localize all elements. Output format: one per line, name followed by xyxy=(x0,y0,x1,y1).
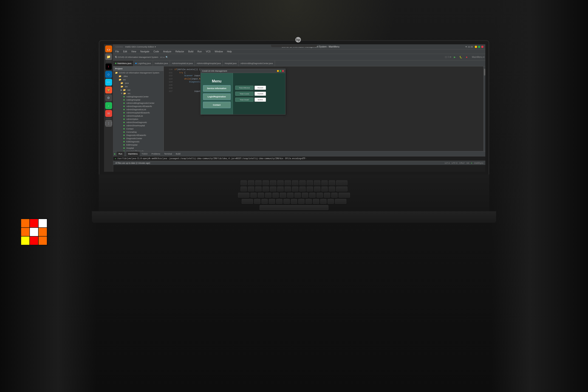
key-tab[interactable] xyxy=(238,193,250,198)
webstorm-icon[interactable]: WS xyxy=(105,79,112,86)
key-quote[interactable] xyxy=(328,199,334,204)
key-capslock[interactable] xyxy=(242,199,253,204)
menu-edit[interactable]: Edit xyxy=(122,50,128,53)
mainmenu-tab[interactable]: MainMenu xyxy=(126,152,140,156)
tab-adminhospitallist[interactable]: AdminHospitalList.java xyxy=(170,61,195,66)
key-0[interactable] xyxy=(314,186,320,192)
sidebar-project-root[interactable]: 📁 COVID-19 Information Management System xyxy=(113,71,164,74)
key-j[interactable] xyxy=(298,199,304,204)
key-f7[interactable] xyxy=(292,180,298,185)
problems-tab[interactable]: Problems xyxy=(150,152,162,156)
key-y[interactable] xyxy=(287,193,294,198)
sidebar-item-out[interactable]: ▶ 📂out xyxy=(113,88,164,92)
key-i[interactable] xyxy=(302,193,308,198)
key-space[interactable] xyxy=(260,205,328,210)
menu-file[interactable]: File xyxy=(114,50,120,53)
key-2[interactable] xyxy=(255,186,262,192)
sidebar-item-admindiagnosticslist[interactable]: AdminDiagnosticsList xyxy=(113,108,164,111)
stop-button[interactable]: ■ xyxy=(464,55,469,60)
key-f10[interactable] xyxy=(314,180,320,185)
tab-loginreg[interactable]: LoginReg.java xyxy=(134,61,153,66)
key-4[interactable] xyxy=(270,186,276,192)
menu-run[interactable]: Run xyxy=(197,50,202,53)
mail-icon[interactable]: ✉ xyxy=(105,110,112,117)
sidebar-item-adminoption[interactable]: AdminOption xyxy=(113,118,164,121)
contact-button[interactable]: Contact xyxy=(203,102,230,108)
service-information-button[interactable]: Service Information xyxy=(203,85,230,92)
key-q[interactable] xyxy=(250,193,257,198)
key-semicolon[interactable] xyxy=(320,199,326,204)
menu-view[interactable]: View xyxy=(130,50,137,53)
sidebar-item-adminshowhospital[interactable]: AdminShowHospital xyxy=(113,124,164,127)
spotify-icon[interactable]: ♪ xyxy=(105,102,112,109)
close-button[interactable] xyxy=(481,46,484,48)
menu-analyze[interactable]: Analyze xyxy=(162,50,172,53)
key-h[interactable] xyxy=(291,199,297,204)
key-f12[interactable] xyxy=(329,180,335,185)
key-minus[interactable] xyxy=(321,186,328,192)
key-o[interactable] xyxy=(309,193,316,198)
sidebar-item-idea[interactable]: 📂.idea xyxy=(113,74,164,78)
sidebar-item-adminhospitallist[interactable]: AdminHospitalList xyxy=(113,114,164,118)
key-7[interactable] xyxy=(292,186,298,192)
key-f5[interactable] xyxy=(277,180,284,185)
fw-minimize[interactable] xyxy=(277,70,279,72)
key-8[interactable] xyxy=(299,186,306,192)
run-button[interactable]: ▶ xyxy=(452,55,457,60)
sidebar-item-diagnosticcenter[interactable]: DiagnosticCenter xyxy=(113,137,164,140)
key-delete[interactable] xyxy=(336,180,348,185)
sidebar-item-edithospital[interactable]: EditHospital xyxy=(113,143,164,146)
sidebar-item-adminaddingdiagnostic[interactable]: AdminAddingDiagnosticCenter xyxy=(113,102,164,105)
key-e[interactable] xyxy=(265,193,272,198)
key-d[interactable] xyxy=(269,199,275,204)
login-registration-button[interactable]: Login/Registration xyxy=(203,94,230,100)
key-backspace[interactable] xyxy=(336,186,348,192)
key-f11[interactable] xyxy=(321,180,328,185)
key-5[interactable] xyxy=(277,186,284,192)
sidebar-item-adminhospitalalldata[interactable]: AdminHospitalAllDataInfo xyxy=(113,111,164,114)
menu-navigate[interactable]: Navigate xyxy=(140,50,150,53)
key-f8[interactable] xyxy=(299,180,306,185)
sidebar-item-addinghospital[interactable]: AddingHospital xyxy=(113,98,164,102)
key-1[interactable] xyxy=(248,186,254,192)
build-tab[interactable]: Build xyxy=(174,152,182,156)
debug-button[interactable]: 🐛 xyxy=(458,55,463,60)
key-s[interactable] xyxy=(262,199,268,204)
terminal-tab[interactable]: Terminal xyxy=(162,152,174,156)
scrollbar-thumb[interactable] xyxy=(484,69,485,76)
sidebar-item-addingdiagnostic[interactable]: AddingDiagnosticCenter xyxy=(113,95,164,98)
key-t[interactable] xyxy=(280,193,286,198)
sidebar-item-diagnosticalldata[interactable]: DiagnosticAllDataInfo xyxy=(113,134,164,137)
files-icon[interactable]: 📁 xyxy=(105,53,112,60)
key-enter[interactable] xyxy=(338,193,350,198)
todo-tab[interactable]: TODO xyxy=(140,152,150,156)
key-f9[interactable] xyxy=(307,180,313,185)
sidebar-item-admindiagnosticalldata[interactable]: AdminDiagnosticAllDataInfo xyxy=(113,105,164,108)
sidebar-item-src-root[interactable]: 📂src xyxy=(113,78,164,81)
tab-institution[interactable]: Institution.java xyxy=(153,61,170,66)
menu-help[interactable]: Help xyxy=(226,50,232,53)
key-u[interactable] xyxy=(294,193,301,198)
sidebar-item-adminshowdiagnostic[interactable]: AdminShowDiagnostic xyxy=(113,121,164,124)
key-r[interactable] xyxy=(272,193,279,198)
key-enter-2[interactable] xyxy=(335,199,346,204)
sidebar-item-hospital[interactable]: Hospital xyxy=(113,146,164,150)
key-f6[interactable] xyxy=(284,180,291,185)
apps-icon[interactable]: ⋮⋮⋮ xyxy=(105,120,112,127)
key-bracket-close[interactable] xyxy=(331,193,338,198)
key-f1[interactable] xyxy=(248,180,254,185)
sidebar-item-bin[interactable]: 📂bin xyxy=(113,85,164,88)
key-f[interactable] xyxy=(276,199,282,204)
menu-vcs[interactable]: VCS xyxy=(205,50,211,53)
key-3[interactable] xyxy=(262,186,269,192)
sidebar-item-contact[interactable]: Contact xyxy=(113,127,164,130)
vscode-icon[interactable]: ⬡ xyxy=(105,71,112,78)
key-9[interactable] xyxy=(307,186,313,192)
tab-mainmenu[interactable]: MainMenu.java xyxy=(113,61,134,66)
menu-window[interactable]: Window xyxy=(214,50,224,53)
key-equals[interactable] xyxy=(329,186,335,192)
key-a[interactable] xyxy=(254,199,260,204)
menu-code[interactable]: Code xyxy=(153,50,160,53)
sidebar-item-java[interactable]: 📂java xyxy=(113,81,164,85)
key-f2[interactable] xyxy=(255,180,262,185)
